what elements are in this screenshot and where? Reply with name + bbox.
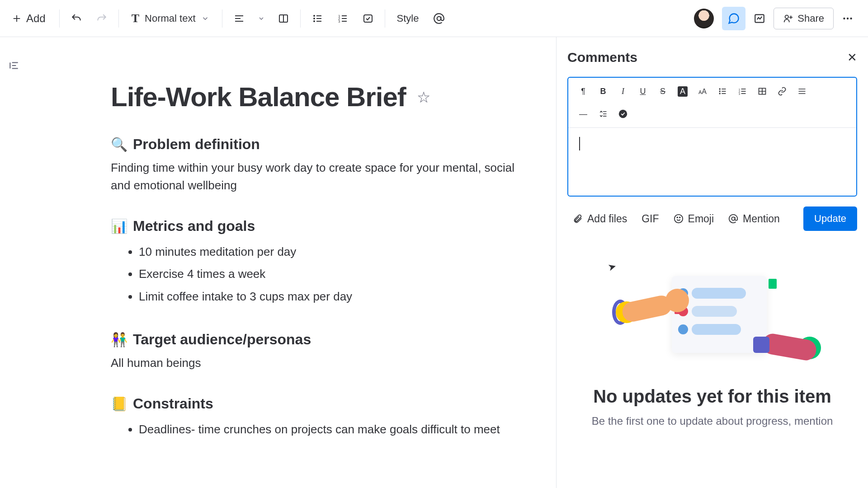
comment-attachments-row: Add files GIF Emoji Mention Update <box>567 206 857 231</box>
list-item[interactable]: 10 minutes meditation per day <box>139 241 531 263</box>
section-body[interactable]: All human beings <box>111 354 531 372</box>
avatar[interactable] <box>694 9 714 28</box>
share-button[interactable]: Share <box>774 8 834 29</box>
paperclip-icon <box>573 214 583 224</box>
section-body[interactable]: Finding time within your busy work day t… <box>111 159 531 194</box>
more-icon <box>842 13 854 24</box>
mention-button[interactable] <box>428 7 450 30</box>
gif-button[interactable]: GIF <box>636 210 664 228</box>
document-title[interactable]: Life-Work Balance Brief <box>111 81 406 113</box>
italic-icon: I <box>622 87 624 96</box>
align-button[interactable] <box>793 82 811 100</box>
redo-button[interactable] <box>90 7 113 30</box>
comment-icon <box>727 12 740 25</box>
close-comments-button[interactable]: ✕ <box>847 51 857 65</box>
text-color-button[interactable]: A <box>673 82 692 100</box>
list-item[interactable]: Limit coffee intake to 3 cups max per da… <box>139 286 531 308</box>
emoji-label: Emoji <box>688 213 714 225</box>
undo-icon <box>71 13 82 24</box>
style-button[interactable]: Style <box>391 7 425 30</box>
add-label: Add <box>26 12 46 25</box>
bullet-list-icon <box>718 87 727 96</box>
numbered-list-button[interactable]: 123 <box>733 82 752 100</box>
text-style-dropdown[interactable]: T Normal text <box>124 7 217 30</box>
font-size-button[interactable]: AA <box>693 82 712 100</box>
svg-point-8 <box>313 18 315 19</box>
section-audience: 👫 Target audience/personas All human bei… <box>111 331 531 372</box>
svg-rect-35 <box>722 89 726 89</box>
bullet-list-button[interactable] <box>713 82 732 100</box>
minus-icon: — <box>579 109 587 119</box>
gif-label: GIF <box>642 213 659 225</box>
comments-title: Comments <box>567 50 637 65</box>
svg-rect-10 <box>316 15 321 16</box>
layout-button[interactable] <box>272 7 295 30</box>
svg-point-56 <box>679 217 680 218</box>
font-size-icon: AA <box>698 87 707 96</box>
checklist-button[interactable] <box>613 105 632 123</box>
svg-point-55 <box>677 217 678 218</box>
close-icon: ✕ <box>847 51 857 64</box>
outline-icon <box>8 60 20 71</box>
share-label: Share <box>797 13 824 24</box>
svg-rect-11 <box>316 18 321 19</box>
bullet-list-button[interactable] <box>306 7 329 30</box>
mention-button[interactable]: Mention <box>723 210 785 228</box>
empty-state-subtitle: Be the first one to update about progres… <box>567 415 857 427</box>
section-heading[interactable]: Problem definition <box>133 136 260 153</box>
add-button[interactable]: Add <box>4 8 54 29</box>
document-body[interactable]: Life-Work Balance Brief ☆ 🔍 Problem defi… <box>111 81 531 441</box>
paragraph-format-button[interactable]: ¶ <box>574 82 593 100</box>
section-heading[interactable]: Constraints <box>133 395 213 412</box>
underline-button[interactable]: U <box>633 82 652 100</box>
link-icon <box>778 87 787 96</box>
list-item[interactable]: Deadlines- time crunches on projects can… <box>139 418 531 441</box>
undo-button[interactable] <box>65 7 88 30</box>
line-spacing-icon <box>599 109 608 118</box>
text-icon: T <box>132 12 139 25</box>
more-button[interactable] <box>836 7 859 30</box>
activity-button[interactable] <box>748 7 771 30</box>
table-button[interactable] <box>753 82 772 100</box>
italic-button[interactable]: I <box>613 82 632 100</box>
list-item[interactable]: Exercise 4 times a week <box>139 263 531 285</box>
bold-button[interactable]: B <box>594 82 613 100</box>
svg-rect-43 <box>741 93 746 94</box>
section-heading[interactable]: Metrics and goals <box>133 218 255 235</box>
empty-state-title: No updates yet for this item <box>567 386 857 407</box>
text-color-icon: A <box>678 86 688 97</box>
favorite-button[interactable]: ☆ <box>417 88 430 106</box>
plus-icon <box>12 14 22 23</box>
numbered-list-button[interactable]: 123 <box>331 7 354 30</box>
magnifier-icon: 🔍 <box>111 136 127 152</box>
bullet-list-icon <box>312 13 323 24</box>
update-button[interactable]: Update <box>803 206 857 231</box>
separator <box>222 9 222 28</box>
style-label: Style <box>397 13 419 24</box>
align-button[interactable] <box>228 7 250 30</box>
hr-button[interactable]: — <box>574 105 593 123</box>
comments-toggle-button[interactable] <box>722 7 745 30</box>
outline-toggle[interactable] <box>8 60 20 71</box>
update-label: Update <box>814 213 846 224</box>
link-button[interactable] <box>773 82 792 100</box>
separator <box>118 9 119 28</box>
align-dropdown-toggle[interactable] <box>253 7 269 30</box>
comments-pane: Comments ✕ ¶ B I U S A AA 123 — <box>556 37 868 488</box>
line-spacing-button[interactable] <box>594 105 613 123</box>
svg-rect-18 <box>342 21 347 22</box>
emoji-button[interactable]: Emoji <box>668 210 720 228</box>
add-files-button[interactable]: Add files <box>567 210 632 228</box>
comment-textarea[interactable] <box>568 128 856 196</box>
checklist-icon <box>363 13 373 24</box>
chevron-down-icon <box>201 14 209 23</box>
checklist-button[interactable] <box>357 7 379 30</box>
section-heading[interactable]: Target audience/personas <box>133 331 311 348</box>
align-left-icon <box>234 13 245 24</box>
editor-toolbar: ¶ B I U S A AA 123 — <box>568 78 856 128</box>
comment-editor[interactable]: ¶ B I U S A AA 123 — <box>567 77 857 197</box>
strike-button[interactable]: S <box>653 82 672 100</box>
mention-label: Mention <box>743 213 780 225</box>
svg-rect-36 <box>722 91 726 92</box>
svg-point-32 <box>719 88 721 89</box>
